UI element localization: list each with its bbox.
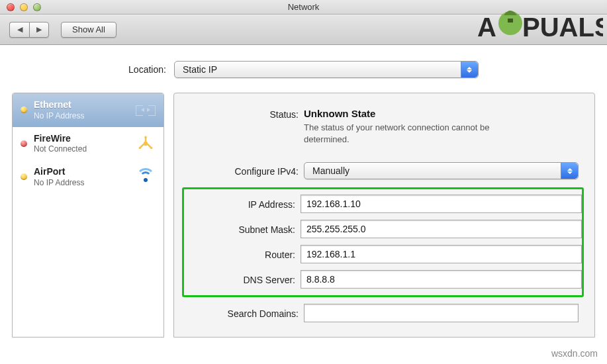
settings-panel: Status: Unknown State The status of your… [173,93,595,338]
ip-label: IP Address: [184,198,301,210]
dns-label: DNS Server: [184,273,301,285]
ip-address-field[interactable] [301,195,582,213]
chevron-right-icon: ▶ [36,25,42,34]
sidebar-item-title: AirPort [34,166,128,178]
svg-point-2 [139,147,141,149]
dns-server-field[interactable] [301,270,582,289]
status-label: Status: [190,108,304,120]
updown-icon [461,62,478,77]
window-title: Network [288,2,320,12]
status-dot-icon [21,140,27,147]
nav-group: ◀ ▶ [9,22,49,38]
firewire-icon [134,134,157,153]
status-desc: The status of your network connection ca… [304,122,502,145]
subnet-row: Subnet Mask: [184,220,582,238]
router-field[interactable] [301,245,582,263]
status-dot-icon [21,107,27,113]
sidebar-item-firewire[interactable]: FireWire Not Connected [13,127,163,161]
router-label: Router: [184,248,301,260]
configure-ipv4-select[interactable]: Manually [304,162,579,179]
sidebar-item-airport[interactable]: AirPort No IP Address [13,160,163,194]
sidebar-item-sub: No IP Address [34,178,128,188]
sidebar-item-sub: Not Connected [34,144,128,154]
highlight-box: IP Address: Subnet Mask: Router: DNS Ser… [182,187,584,297]
close-icon[interactable] [7,3,15,11]
status-row: Status: Unknown State The status of your… [190,108,579,145]
back-button[interactable]: ◀ [9,22,29,38]
sidebar-text: AirPort No IP Address [34,166,128,188]
location-value: Static IP [183,64,217,75]
titlebar: Network [0,0,607,15]
updown-icon [561,163,578,179]
location-select[interactable]: Static IP [174,61,479,78]
ip-row: IP Address: [184,195,582,213]
subnet-label: Subnet Mask: [184,223,301,235]
window-controls [7,3,41,11]
toolbar: ◀ ▶ Show All [0,15,607,45]
sidebar-item-title: Ethernet [34,99,128,111]
dns-row: DNS Server: [184,270,582,289]
footer-watermark: wsxdn.com [551,348,598,359]
subnet-mask-field[interactable] [301,220,582,238]
configure-label: Configure IPv4: [190,165,304,177]
zoom-icon[interactable] [33,3,41,11]
main: Ethernet No IP Address FireWire Not Conn… [0,93,607,338]
search-domains-label: Search Domains: [190,307,304,319]
minimize-icon[interactable] [20,3,28,11]
search-domains-row: Search Domains: [190,304,579,322]
sidebar-text: Ethernet No IP Address [34,99,128,121]
configure-value: Manually [312,165,350,176]
sidebar-item-sub: No IP Address [34,111,128,121]
status-dot-icon [21,173,27,180]
wifi-icon [134,167,157,186]
sidebar-text: FireWire Not Connected [34,133,128,155]
svg-point-1 [144,136,146,138]
sidebar-item-title: FireWire [34,133,128,145]
location-label: Location: [128,64,166,75]
sidebar-item-ethernet[interactable]: Ethernet No IP Address [13,93,163,127]
configure-row: Configure IPv4: Manually [190,162,579,179]
sidebar: Ethernet No IP Address FireWire Not Conn… [12,93,164,338]
svg-point-3 [150,147,152,149]
status-value: Unknown State The status of your network… [304,108,579,145]
search-domains-field[interactable] [304,304,579,322]
router-row: Router: [184,245,582,263]
ethernet-icon [134,101,157,119]
forward-button[interactable]: ▶ [29,22,49,38]
status-name: Unknown State [304,108,579,119]
location-row: Location: Static IP [0,61,607,78]
chevron-left-icon: ◀ [17,25,23,34]
show-all-button[interactable]: Show All [61,22,117,38]
